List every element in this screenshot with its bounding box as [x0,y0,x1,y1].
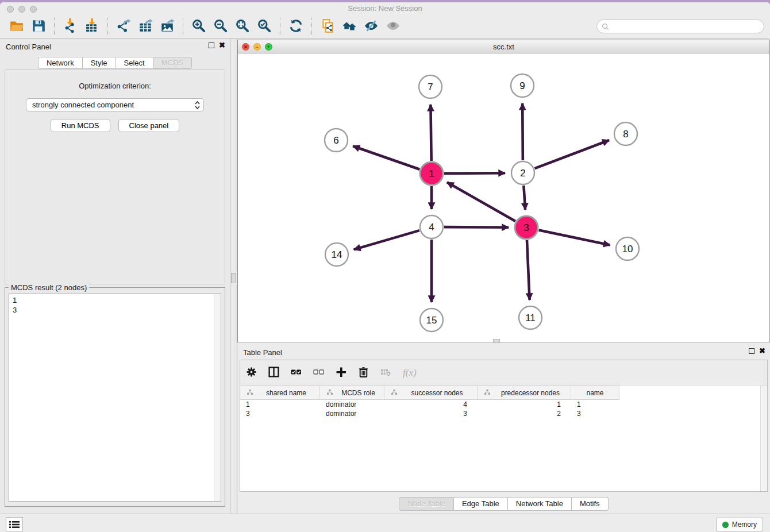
node-label: 11 [525,313,536,323]
edge-3-10[interactable] [539,230,610,245]
criterion-dropdown[interactable]: strongly connected component [26,98,204,111]
export-table-button[interactable] [136,17,155,36]
float-panel-icon[interactable] [209,43,214,48]
node-2[interactable]: 2 [511,161,534,184]
node-11[interactable]: 11 [519,306,542,329]
cell-predecessor-nodes[interactable]: 2 [478,409,571,418]
table-scrollbar[interactable] [760,385,767,491]
node-14[interactable]: 14 [325,243,348,266]
zoom-in-button[interactable] [189,17,209,36]
splitter-handle[interactable] [231,273,236,283]
import-table-button[interactable] [82,17,102,36]
edge-3-1[interactable] [447,182,515,221]
result-scrollbar[interactable] [214,294,221,501]
canvas-splitter-handle[interactable] [493,339,500,343]
float-panel-icon[interactable] [749,348,754,354]
tab-edge-table[interactable]: Edge Table [454,497,508,511]
cell-successor-nodes[interactable]: 3 [384,409,478,418]
tab-node-table[interactable]: Node Table [399,497,454,511]
window-title: Session: New Session [0,4,770,13]
export-image-button[interactable] [157,17,177,36]
table-header-row: shared nameMCDS rolesuccessor nodesprede… [240,385,767,400]
edge-2-3[interactable] [523,186,525,210]
tab-network-table[interactable]: Network Table [508,497,572,511]
cell-shared-name[interactable]: 1 [240,400,320,409]
dropdown-stepper-icon [195,101,200,111]
node-7[interactable]: 7 [419,75,442,98]
node-9[interactable]: 9 [511,74,534,97]
hide-selected-button[interactable] [361,17,381,36]
mcds-result-values: 1 3 [9,294,221,316]
network-canvas[interactable]: 7968124314101511 [238,53,769,342]
new-network-from-selection-button[interactable] [318,17,337,36]
cell-shared-name[interactable]: 3 [240,409,320,418]
node-10[interactable]: 10 [616,237,639,260]
search-field[interactable] [596,20,764,33]
zoom-selected-button[interactable] [255,17,274,36]
tab-network[interactable]: Network [38,57,83,69]
hide-selected-icon [364,18,379,35]
gear-button[interactable] [246,367,257,379]
show-all-networks-button[interactable] [340,17,359,36]
cell-name[interactable]: 1 [571,400,619,409]
refresh-button[interactable] [286,17,306,36]
search-input[interactable] [611,22,759,30]
cell-MCDS-role[interactable]: dominator [320,409,384,418]
cell-successor-nodes[interactable]: 4 [384,400,478,409]
node-8[interactable]: 8 [614,122,637,145]
node-6[interactable]: 6 [325,129,348,152]
tab-style[interactable]: Style [83,57,116,69]
close-panel-icon[interactable]: ✖ [759,348,765,354]
node-3[interactable]: 3 [515,216,538,239]
main-toolbar [0,15,770,38]
zoom-fit-button[interactable] [233,17,252,36]
tab-motifs[interactable]: Motifs [572,497,609,511]
column-header-successor-nodes[interactable]: successor nodes [384,385,478,400]
tab-mcds[interactable]: MCDS [153,57,192,69]
export-network-button[interactable] [114,17,133,36]
network-window-titlebar[interactable]: ✕ − + scc.txt [238,40,769,53]
save-session-button[interactable] [29,17,48,36]
column-header-name[interactable]: name [571,385,619,400]
edge-2-9[interactable] [522,103,523,160]
edge-4-3[interactable] [444,227,509,228]
cell-name[interactable]: 3 [571,409,619,418]
column-header-MCDS-role[interactable]: MCDS role [320,385,384,400]
add-row-icon [336,367,346,379]
edge-3-11[interactable] [527,240,530,300]
application-window: Session: New Session Control Panel ✖ Net… [0,2,770,532]
edge-2-8[interactable] [535,140,609,168]
add-row-button[interactable] [336,367,346,379]
zoom-out-button[interactable] [211,17,230,36]
deselect-checks-button[interactable] [313,367,324,379]
edge-1-6[interactable] [353,146,419,169]
edge-4-14[interactable] [354,230,419,249]
cell-MCDS-role[interactable]: dominator [320,400,384,409]
select-all-checks-button[interactable] [291,367,302,379]
memory-button[interactable]: Memory [716,518,763,531]
mcds-result-area[interactable]: 1 3 [9,294,221,502]
delete-row-button[interactable] [358,367,369,379]
column-header-shared-name[interactable]: shared name [240,385,320,400]
edge-1-2[interactable] [444,173,505,174]
node-4[interactable]: 4 [420,215,443,238]
column-header-predecessor-nodes[interactable]: predecessor nodes [478,385,571,400]
edge-1-7[interactable] [430,105,431,161]
vertical-splitter[interactable] [230,38,237,514]
close-panel-button[interactable]: Close panel [118,119,180,132]
node-1[interactable]: 1 [420,162,443,185]
table-row[interactable]: 1dominator411 [240,400,767,409]
task-history-button[interactable] [6,517,23,531]
import-network-button[interactable] [60,17,80,36]
optimization-criterion-label: Optimization criterion: [5,82,225,90]
run-mcds-button[interactable]: Run MCDS [51,119,110,132]
tab-select[interactable]: Select [116,57,153,69]
show-hidden-button[interactable] [383,17,403,36]
columns-button[interactable] [268,367,279,379]
open-session-button[interactable] [7,17,26,36]
close-panel-icon[interactable]: ✖ [219,43,225,48]
toolbar-separator [183,18,183,35]
node-15[interactable]: 15 [420,309,443,331]
table-row[interactable]: 3dominator323 [240,409,767,418]
cell-predecessor-nodes[interactable]: 1 [478,400,571,409]
